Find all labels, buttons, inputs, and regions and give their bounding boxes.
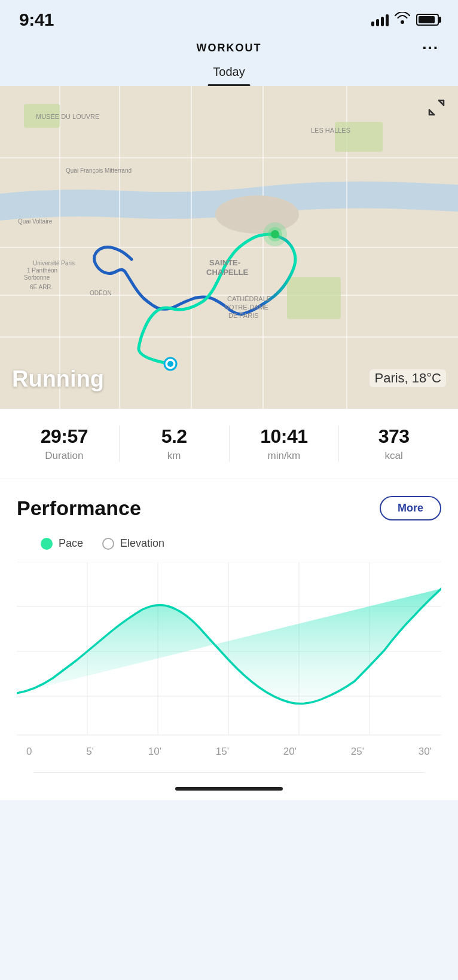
- stat-km-label: km: [120, 450, 229, 462]
- svg-text:1 Panthéon: 1 Panthéon: [27, 267, 57, 274]
- expand-button[interactable]: [427, 98, 446, 121]
- stat-pace-value: 10:41: [230, 425, 339, 448]
- stat-kcal-value: 373: [339, 425, 448, 448]
- tab-today[interactable]: Today: [199, 62, 259, 86]
- svg-text:Quai François Mitterrand: Quai François Mitterrand: [66, 167, 132, 174]
- pace-legend-label: Pace: [59, 537, 83, 550]
- legend-elevation[interactable]: Elevation: [102, 537, 164, 550]
- svg-point-18: [271, 230, 279, 238]
- svg-text:CHAPELLE: CHAPELLE: [206, 268, 248, 277]
- stat-kcal: 373 kcal: [338, 425, 448, 462]
- wifi-icon: [395, 12, 410, 27]
- status-bar: 9:41: [0, 0, 458, 35]
- svg-text:SAINTE-: SAINTE-: [209, 258, 240, 267]
- stats-row: 29:57 Duration 5.2 km 10:41 min/km 373 k…: [0, 409, 458, 479]
- svg-rect-13: [287, 277, 341, 319]
- svg-text:Sorbonne: Sorbonne: [24, 274, 50, 281]
- chart-legend: Pace Elevation: [17, 537, 441, 550]
- chart-container: 0 5' 10' 15' 20' 25' 30': [17, 562, 441, 758]
- header-title: WORKOUT: [197, 42, 262, 54]
- x-label-5: 5': [86, 746, 94, 758]
- x-label-30: 30': [419, 746, 432, 758]
- x-label-25: 25': [351, 746, 364, 758]
- signal-icon: [371, 13, 389, 26]
- elevation-legend-dot: [102, 538, 114, 550]
- legend-pace[interactable]: Pace: [41, 537, 83, 550]
- svg-text:NOTRE-DAME: NOTRE-DAME: [224, 304, 268, 311]
- svg-text:LES HALLES: LES HALLES: [311, 127, 350, 134]
- svg-text:DE PARIS: DE PARIS: [228, 312, 259, 319]
- activity-label: Running: [12, 366, 104, 392]
- x-label-15: 15': [216, 746, 229, 758]
- performance-title: Performance: [17, 497, 141, 520]
- svg-point-10: [215, 195, 299, 234]
- svg-text:CATHÉDRALE: CATHÉDRALE: [227, 295, 271, 302]
- stat-km: 5.2 km: [119, 425, 229, 462]
- map-view: MUSÉE DU LOUVRE LES HALLES Quai François…: [0, 86, 458, 409]
- tab-bar: Today: [0, 54, 458, 86]
- x-label-0: 0: [26, 746, 32, 758]
- x-label-10: 10': [148, 746, 161, 758]
- location-label: Paris, 18°C: [370, 369, 446, 387]
- svg-text:Quai Voltaire: Quai Voltaire: [18, 218, 53, 225]
- stat-duration-value: 29:57: [10, 425, 119, 448]
- battery-icon: [416, 14, 439, 26]
- status-time: 9:41: [19, 10, 54, 30]
- status-icons: [371, 12, 439, 27]
- performance-header: Performance More: [17, 496, 441, 520]
- svg-point-15: [167, 361, 173, 367]
- more-menu-button[interactable]: ···: [422, 39, 439, 57]
- pace-legend-dot: [41, 538, 53, 550]
- svg-text:MUSÉE DU LOUVRE: MUSÉE DU LOUVRE: [36, 113, 99, 120]
- performance-section: Performance More Pace Elevation: [0, 479, 458, 773]
- home-bar: [175, 787, 283, 791]
- stat-kcal-label: kcal: [339, 450, 448, 462]
- stat-pace: 10:41 min/km: [229, 425, 339, 462]
- svg-text:Université Paris: Université Paris: [33, 260, 75, 267]
- more-button[interactable]: More: [380, 496, 441, 520]
- stat-km-value: 5.2: [120, 425, 229, 448]
- stat-pace-label: min/km: [230, 450, 339, 462]
- header: WORKOUT ···: [0, 35, 458, 54]
- stat-duration: 29:57 Duration: [10, 425, 119, 462]
- home-indicator: [0, 773, 458, 800]
- stat-duration-label: Duration: [10, 450, 119, 462]
- svg-text:ODÉON: ODÉON: [90, 289, 112, 296]
- svg-text:6E ARR.: 6E ARR.: [30, 284, 53, 290]
- elevation-legend-label: Elevation: [120, 537, 164, 550]
- chart-x-labels: 0 5' 10' 15' 20' 25' 30': [17, 741, 441, 758]
- x-label-20: 20': [283, 746, 297, 758]
